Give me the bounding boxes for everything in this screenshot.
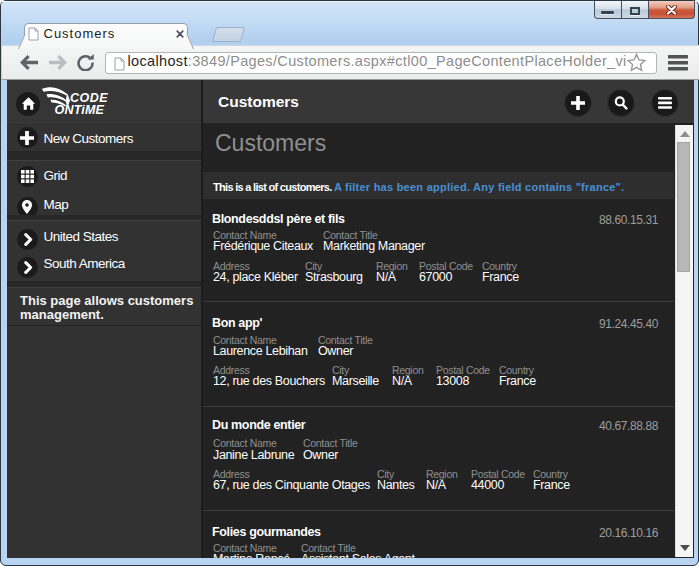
svg-text:ONTiME: ONTiME bbox=[55, 103, 105, 117]
